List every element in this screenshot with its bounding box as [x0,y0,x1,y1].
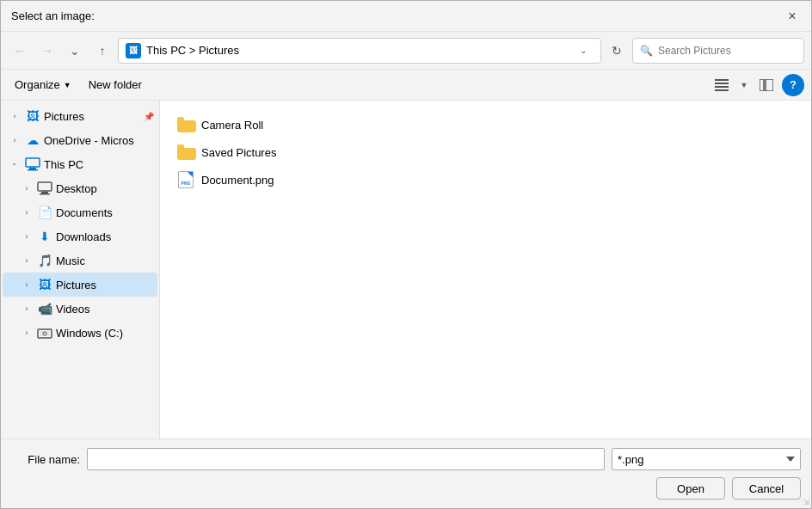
expand-arrow-thispc: › [10,157,19,171]
svg-rect-5 [766,79,773,91]
pictures-pinned-icon: 🖼 [25,108,40,124]
documents-icon: 📄 [37,205,52,220]
pin-icon: 📌 [144,112,154,121]
videos-icon: 📹 [37,301,52,316]
file-area: Camera Roll Saved Pictures PNG [160,101,811,438]
thispc-icon [25,156,40,172]
svg-rect-8 [28,169,38,171]
sidebar-item-documents[interactable]: › 📄 Documents [3,200,157,224]
sidebar-label-onedrive: OneDrive - Micros [44,134,134,147]
expand-arrow-pictures-pinned: › [8,112,22,120]
expand-arrow-videos: › [20,304,34,313]
windowsc-icon [37,325,52,340]
sidebar-item-pictures[interactable]: › 🖼 Pictures [3,273,157,297]
cancel-button[interactable]: Cancel [732,477,801,500]
pane-button[interactable] [754,73,778,97]
svg-rect-4 [760,79,764,91]
sidebar-label-music: Music [56,254,85,267]
sidebar-item-thispc[interactable]: › This PC [3,152,157,176]
list-view-icon [715,79,729,91]
file-name-input[interactable] [87,448,605,470]
sidebar-label-windowsc: Windows (C:) [56,327,123,340]
sidebar-item-windows-c[interactable]: › Windows (C:) [3,321,157,345]
address-bar[interactable]: 🖼 This PC > Pictures ⌄ [118,38,601,64]
search-icon: 🔍 [640,45,653,57]
svg-rect-0 [715,79,729,81]
sidebar-label-videos: Videos [56,303,90,316]
title-bar: Select an image: × [1,1,811,32]
buttons-row: Open Cancel [11,477,801,500]
svg-rect-11 [40,193,50,195]
help-label: ? [790,78,797,91]
expand-arrow-downloads: › [20,232,34,241]
sidebar-item-desktop[interactable]: › Desktop [3,176,157,200]
expand-arrow-desktop: › [20,184,34,193]
sidebar-label-thispc: This PC [44,158,83,171]
expand-arrow-music: › [20,256,34,265]
back-button[interactable]: ← [8,39,32,63]
recent-locations-button[interactable]: ⌄ [63,39,87,63]
expand-arrow-pictures: › [20,280,34,289]
dialog-title: Select an image: [11,9,95,22]
search-box[interactable]: 🔍 [632,38,804,64]
file-item-camera-roll[interactable]: Camera Roll [170,111,801,138]
downloads-icon: ⬇ [37,229,52,244]
new-folder-button[interactable]: New folder [82,74,149,96]
music-icon: 🎵 [37,253,52,268]
address-dropdown-icon[interactable]: ⌄ [580,46,594,55]
file-item-document-png[interactable]: PNG Document.png [170,166,801,193]
file-name-camera-roll: Camera Roll [201,119,263,132]
refresh-button[interactable]: ↻ [605,39,629,63]
forward-button[interactable]: → [35,39,59,63]
sidebar-item-downloads[interactable]: › ⬇ Downloads [3,224,157,248]
expand-arrow-windowsc: › [20,328,34,337]
new-folder-label: New folder [89,78,142,91]
pane-icon [760,79,773,91]
organize-button[interactable]: Organize ▼ [8,74,78,96]
svg-rect-7 [29,168,36,169]
sidebar-label-downloads: Downloads [56,230,111,243]
expand-arrow-documents: › [20,208,34,217]
file-name-label: File name: [11,453,80,466]
sidebar-item-onedrive[interactable]: › ☁ OneDrive - Micros [3,128,157,152]
resize-handle: ⇲ [803,497,809,506]
sidebar-label-desktop: Desktop [56,182,97,195]
sidebar-item-pictures-pinned[interactable]: › 🖼 Pictures 📌 [3,104,157,128]
sidebar-label-pictures: Pictures [56,279,96,291]
onedrive-icon: ☁ [25,132,40,148]
view-list-button[interactable] [710,73,734,97]
sidebar-label-pictures-pinned: Pictures [44,110,84,123]
svg-rect-2 [715,86,729,88]
toolbar: Organize ▼ New folder ▼ ? [1,70,811,101]
file-name-document-png: Document.png [201,174,274,187]
address-text: This PC > Pictures [146,44,575,57]
file-dialog: Select an image: × ← → ⌄ ↑ 🖼 This PC > P… [0,0,812,509]
sidebar: › 🖼 Pictures 📌 › ☁ OneDrive - Micros › T… [1,101,160,438]
svg-rect-10 [41,192,48,193]
desktop-icon [37,181,52,196]
open-button[interactable]: Open [656,477,725,500]
file-item-saved-pictures[interactable]: Saved Pictures [170,138,801,166]
view-dropdown-button[interactable]: ▼ [737,73,751,97]
folder-icon-saved-pictures [177,144,194,161]
view-dropdown-icon: ▼ [741,81,748,89]
file-type-select[interactable]: *.png [612,448,801,470]
up-button[interactable]: ↑ [90,39,114,63]
svg-rect-1 [715,83,729,84]
pictures-icon: 🖼 [37,277,52,292]
svg-rect-9 [38,182,52,191]
png-file-icon: PNG [177,171,194,188]
search-input[interactable] [658,45,797,57]
help-button[interactable]: ? [782,74,804,96]
sidebar-item-videos[interactable]: › 📹 Videos [3,297,157,321]
folder-icon-camera-roll [177,116,194,133]
organize-label: Organize [15,78,60,91]
expand-arrow-onedrive: › [8,136,22,144]
main-area: › 🖼 Pictures 📌 › ☁ OneDrive - Micros › T… [1,101,811,438]
close-button[interactable]: × [780,4,804,28]
sidebar-item-music[interactable]: › 🎵 Music [3,248,157,273]
organize-dropdown-icon: ▼ [64,81,71,89]
file-name-saved-pictures: Saved Pictures [201,146,276,159]
bottom-bar: File name: *.png Open Cancel [1,438,811,508]
file-name-row: File name: *.png [11,448,801,470]
